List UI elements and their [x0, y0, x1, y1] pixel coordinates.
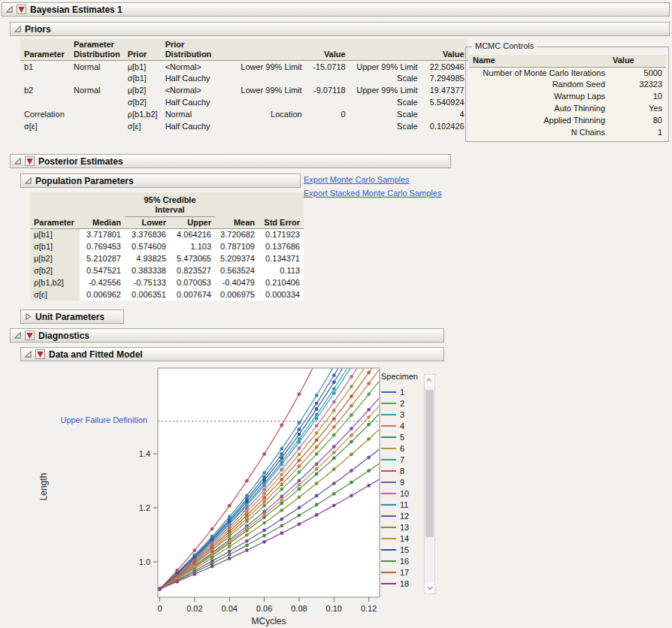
- cell: Upper 99% Limit: [350, 85, 422, 97]
- red-triangle-menu-icon[interactable]: [25, 156, 35, 166]
- legend-label: 3: [400, 410, 404, 419]
- svg-text:0.08: 0.08: [291, 604, 307, 613]
- cell: ρ[b1,b2]: [124, 109, 162, 121]
- cell: 0.134371: [259, 252, 304, 264]
- outline-population-parameters[interactable]: Population Parameters: [20, 174, 301, 188]
- cell: ρ[b1,b2]: [30, 276, 80, 288]
- cell: b1: [20, 61, 70, 73]
- cell: 0.006962: [80, 288, 125, 300]
- scroll-up-button[interactable]: [425, 375, 434, 386]
- red-triangle-menu-icon[interactable]: [35, 349, 45, 359]
- cell: 5.210287: [80, 252, 125, 264]
- disclosure-open-icon[interactable]: [25, 177, 32, 184]
- cell: [234, 73, 306, 85]
- cell: <Normal>: [162, 61, 234, 73]
- header-row: NameValue: [469, 55, 666, 67]
- legend-item[interactable]: 5: [381, 431, 423, 442]
- cell: 10: [609, 91, 666, 103]
- svg-text:1.2: 1.2: [139, 503, 150, 512]
- legend-item[interactable]: 13: [381, 521, 423, 533]
- column-header: [350, 39, 422, 61]
- table-row: σ[b2]0.5475210.3833380.8235270.5635240.1…: [30, 264, 304, 276]
- cell: σ[b1]: [30, 240, 80, 252]
- export-stacked-monte-carlo-samples-link[interactable]: Export Stacked Monte Carlo Samples: [304, 189, 441, 198]
- legend-item[interactable]: 10: [381, 488, 423, 499]
- cell: [70, 73, 124, 85]
- cell: Auto Thinning: [469, 103, 609, 115]
- cell: -15.0718: [306, 61, 350, 73]
- legend-label: 9: [400, 478, 404, 487]
- cell: [234, 97, 306, 109]
- cell: μ[b1]: [30, 228, 80, 240]
- group-header-row: 95% Credible Interval: [30, 192, 304, 216]
- scroll-thumb[interactable]: [425, 390, 434, 537]
- disclosure-open-icon[interactable]: [14, 332, 21, 339]
- legend-item[interactable]: 4: [381, 420, 423, 431]
- legend-item[interactable]: 14: [381, 533, 423, 544]
- outline-priors[interactable]: Priors: [10, 22, 670, 36]
- legend-swatch-line: [381, 414, 396, 415]
- cell: [306, 73, 350, 85]
- cell: 0.102426: [422, 121, 468, 133]
- legend-item[interactable]: 17: [381, 566, 423, 578]
- cell: 0.070053: [170, 276, 215, 288]
- legend-item[interactable]: 2: [381, 397, 423, 409]
- population-parameters-table: 95% Credible IntervalParameterMedianLowe…: [30, 192, 304, 300]
- fit-plot[interactable]: 1.01.21.400.020.040.060.080.100.12Length…: [0, 367, 672, 628]
- legend-swatch-line: [381, 515, 396, 517]
- cell: σ[b2]: [30, 264, 80, 276]
- legend-item[interactable]: 3: [381, 409, 423, 420]
- outline-bayesian-estimates[interactable]: Bayesian Estimates 1: [2, 2, 670, 17]
- legend-item[interactable]: 16: [381, 555, 423, 566]
- outline-posterior-estimates[interactable]: Posterior Estimates: [10, 154, 451, 168]
- scroll-down-button[interactable]: [425, 582, 434, 593]
- outline-unit-parameters[interactable]: Unit Parameters: [20, 309, 124, 324]
- legend-label: 12: [400, 512, 409, 521]
- legend-item[interactable]: 18: [381, 578, 423, 589]
- cell: 0.574609: [125, 240, 170, 252]
- legend-item[interactable]: 9: [381, 476, 423, 488]
- svg-text:0.10: 0.10: [326, 604, 342, 613]
- legend-item[interactable]: 1: [381, 386, 423, 397]
- outline-data-and-fitted-model[interactable]: Data and Fitted Model: [20, 347, 444, 361]
- table-row: μ[b2]5.2102874.938255.4730655.2093740.13…: [30, 252, 304, 264]
- outline-diagnostics[interactable]: Diagnostics: [10, 328, 444, 343]
- disclosure-open-icon[interactable]: [25, 351, 32, 358]
- column-header: Std Error: [259, 216, 304, 228]
- cell: 0.006975: [215, 288, 259, 300]
- legend-swatch-line: [381, 583, 396, 584]
- cell: 4: [422, 109, 468, 121]
- cell: [20, 97, 70, 109]
- cell: Normal: [162, 109, 234, 121]
- scroll-track[interactable]: [425, 386, 434, 582]
- disclosure-open-icon[interactable]: [14, 158, 21, 165]
- disclosure-open-icon[interactable]: [6, 6, 13, 13]
- disclosure-open-icon[interactable]: [14, 26, 21, 32]
- legend-item[interactable]: 12: [381, 510, 423, 521]
- legend-item[interactable]: 7: [381, 454, 423, 465]
- column-header: Prior Distribution: [162, 39, 234, 61]
- cell: σ[ε]: [20, 121, 70, 133]
- legend-scrollbar[interactable]: [424, 374, 435, 594]
- legend-item[interactable]: 15: [381, 544, 423, 555]
- table-row: N Chains1: [469, 127, 666, 139]
- column-header: Value: [609, 55, 666, 67]
- legend-swatch-line: [381, 425, 396, 427]
- table-row: Random Seed32323: [469, 79, 666, 91]
- cell: Half Cauchy: [162, 97, 234, 109]
- legend-swatch-line: [381, 527, 396, 528]
- export-monte-carlo-samples-link[interactable]: Export Monte Carlo Samples: [304, 175, 410, 184]
- cell: 0.563524: [215, 264, 259, 276]
- cell: Scale: [350, 121, 422, 133]
- legend-item[interactable]: 8: [381, 465, 423, 476]
- legend-swatch-line: [381, 403, 396, 404]
- svg-text:0.04: 0.04: [222, 604, 238, 613]
- legend-item[interactable]: 11: [381, 499, 423, 510]
- disclosure-closed-icon[interactable]: [25, 313, 32, 320]
- upper-failure-definition-label: Upper Failure Definition: [44, 415, 147, 424]
- cell: 5000: [609, 67, 666, 79]
- cell: 80: [609, 115, 666, 127]
- legend-item[interactable]: 6: [381, 442, 423, 454]
- red-triangle-menu-icon[interactable]: [25, 331, 35, 340]
- red-triangle-menu-icon[interactable]: [17, 5, 26, 14]
